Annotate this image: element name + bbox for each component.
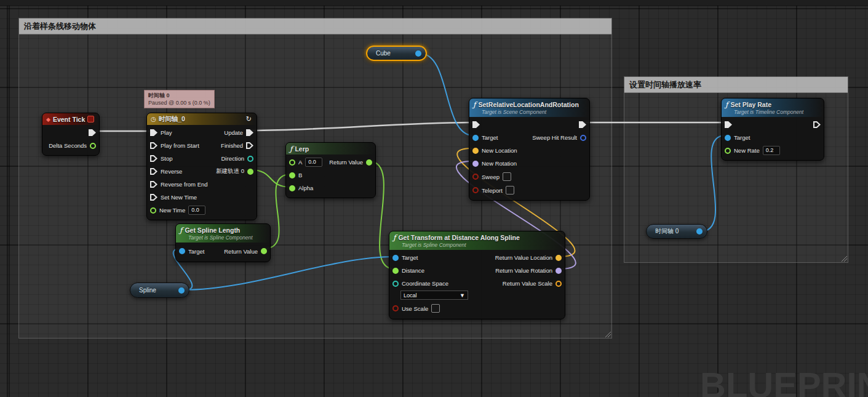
coordinate-space-select[interactable]: Local ▼ <box>400 291 468 300</box>
comment-title: 设置时间轴播放速率 <box>629 79 701 90</box>
var-label: Cube <box>376 50 391 57</box>
spline-output-pin[interactable] <box>178 287 185 294</box>
return-scale-pin[interactable] <box>555 281 562 287</box>
direction-pin[interactable] <box>247 156 253 162</box>
b-pin[interactable] <box>289 172 295 178</box>
node-get-transform-at-distance[interactable]: ƒGet Transform at Distance Along Spline … <box>389 231 565 319</box>
dropdown-arrow-icon: ▼ <box>460 292 465 299</box>
exec-out-pin[interactable] <box>813 121 821 128</box>
node-timeline[interactable]: ◷ 时间轴_0 ↻ Play Update Play from Start Fi… <box>146 113 257 220</box>
node-get-spline-length[interactable]: ƒGet Spline Length Target is Spline Comp… <box>175 223 271 262</box>
loop-icon: ↻ <box>246 115 252 123</box>
node-subtitle: Target is Timeline Component <box>734 109 819 115</box>
function-icon: ƒ <box>393 233 396 242</box>
var-cube[interactable]: Cube <box>366 46 427 61</box>
a-pin[interactable] <box>289 159 295 166</box>
graph-top-edge <box>0 0 868 6</box>
node-header: ◷ 时间轴_0 ↻ <box>147 113 257 125</box>
target-pin[interactable] <box>179 248 185 254</box>
clock-icon: ◷ <box>151 116 156 122</box>
sweep-pin[interactable] <box>472 174 479 180</box>
node-header: ƒ Lerp <box>286 143 375 154</box>
sweep-hit-result-pin[interactable] <box>580 135 586 141</box>
function-icon: ƒ <box>725 100 728 109</box>
node-event-tick[interactable]: ◆ Event Tick Delta Seconds <box>42 113 100 156</box>
var-label: 时间轴 0 <box>655 227 679 236</box>
new-rate-input[interactable]: 0.2 <box>763 146 780 155</box>
exec-out-pin[interactable] <box>89 129 96 136</box>
node-set-relative-location-rotation[interactable]: ƒSetRelativeLocationAndRotation Target i… <box>469 98 590 201</box>
tooltip-title: 时间轴 0 <box>148 92 210 99</box>
node-title: Set Play Rate <box>730 101 771 108</box>
coordinate-space-pin[interactable] <box>392 281 399 287</box>
event-debug-icon <box>87 116 94 122</box>
node-title: Get Transform at Distance Along Spline <box>398 234 519 241</box>
comment-resize-grip[interactable] <box>840 255 847 262</box>
exec-in-pin[interactable] <box>472 121 480 128</box>
distance-pin[interactable] <box>392 268 399 274</box>
var-label: Spline <box>139 287 156 294</box>
sweep-checkbox[interactable] <box>503 172 511 181</box>
alpha-pin[interactable] <box>289 185 295 191</box>
event-icon: ◆ <box>46 116 50 122</box>
var-spline[interactable]: Spline <box>130 283 189 298</box>
tooltip-status: Paused @ 0.00 s (0.0 %) <box>148 99 210 106</box>
new-track-pin[interactable] <box>247 169 253 175</box>
use-scale-checkbox[interactable] <box>431 304 440 313</box>
timeline-output-pin[interactable] <box>696 228 703 235</box>
delta-seconds-pin[interactable] <box>90 143 96 149</box>
exec-out-pin[interactable] <box>579 121 586 128</box>
node-header: ƒGet Transform at Distance Along Spline … <box>389 231 565 250</box>
return-value-pin[interactable] <box>366 159 372 166</box>
target-pin[interactable] <box>392 255 399 261</box>
teleport-checkbox[interactable] <box>506 186 514 194</box>
set-new-time-exec-pin[interactable] <box>150 194 157 201</box>
stop-exec-pin[interactable] <box>150 155 157 162</box>
node-title: Get Spline Length <box>185 227 240 234</box>
timeline-status-tooltip: 时间轴 0 Paused @ 0.00 s (0.0 %) <box>144 90 215 108</box>
node-title: Lerp <box>295 145 309 153</box>
node-header: ƒSetRelativeLocationAndRotation Target i… <box>469 98 589 117</box>
node-subtitle: Target is Scene Component <box>482 109 584 115</box>
blueprint-graph-canvas[interactable]: BLUEPRINT 沿着样条线移动物体 设置时间轴播放速率 时间轴 0 Paus… <box>0 0 868 397</box>
cube-output-pin[interactable] <box>415 50 421 57</box>
function-icon: ƒ <box>290 145 292 153</box>
a-value-input[interactable]: 0.0 <box>305 158 322 167</box>
return-rotation-pin[interactable] <box>555 268 562 274</box>
node-header: ◆ Event Tick <box>42 113 99 125</box>
teleport-pin[interactable] <box>472 187 479 193</box>
reverse-exec-pin[interactable] <box>150 168 157 175</box>
node-header: ƒSet Play Rate Target is Timeline Compon… <box>722 98 824 117</box>
new-rate-pin[interactable] <box>725 148 731 154</box>
function-icon: ƒ <box>180 226 182 235</box>
play-exec-pin[interactable] <box>150 129 157 136</box>
new-time-input[interactable]: 0.0 <box>188 206 205 215</box>
update-exec-pin[interactable] <box>246 129 253 136</box>
var-timeline-0[interactable]: 时间轴 0 <box>646 224 707 239</box>
node-set-play-rate[interactable]: ƒSet Play Rate Target is Timeline Compon… <box>721 98 824 161</box>
function-icon: ƒ <box>473 100 476 109</box>
coordinate-space-value: Local <box>404 292 417 299</box>
new-rotation-pin[interactable] <box>472 161 479 167</box>
new-location-pin[interactable] <box>472 148 479 154</box>
use-scale-pin[interactable] <box>392 305 399 311</box>
comment-title-bar[interactable]: 沿着样条线移动物体 <box>19 18 611 34</box>
comment-resize-grip[interactable] <box>604 331 611 337</box>
return-location-pin[interactable] <box>555 255 562 261</box>
comment-title: 沿着样条线移动物体 <box>24 21 96 32</box>
reverse-from-end-exec-pin[interactable] <box>150 181 157 188</box>
return-value-pin[interactable] <box>261 248 267 254</box>
exec-in-pin[interactable] <box>725 121 732 128</box>
target-pin[interactable] <box>472 135 479 141</box>
node-title: SetRelativeLocationAndRotation <box>478 101 578 108</box>
play-from-start-exec-pin[interactable] <box>150 142 157 149</box>
node-subtitle: Target is Spline Component <box>188 235 265 241</box>
new-time-pin[interactable] <box>150 207 156 214</box>
finished-exec-pin[interactable] <box>246 142 253 149</box>
target-pin[interactable] <box>725 135 731 141</box>
node-title: 时间轴_0 <box>159 115 185 124</box>
node-subtitle: Target is Spline Component <box>402 242 560 248</box>
comment-title-bar[interactable]: 设置时间轴播放速率 <box>624 77 848 93</box>
node-title: Event Tick <box>53 116 85 123</box>
node-lerp[interactable]: ƒ Lerp A0.0 Return Value B Alpha <box>285 142 376 198</box>
